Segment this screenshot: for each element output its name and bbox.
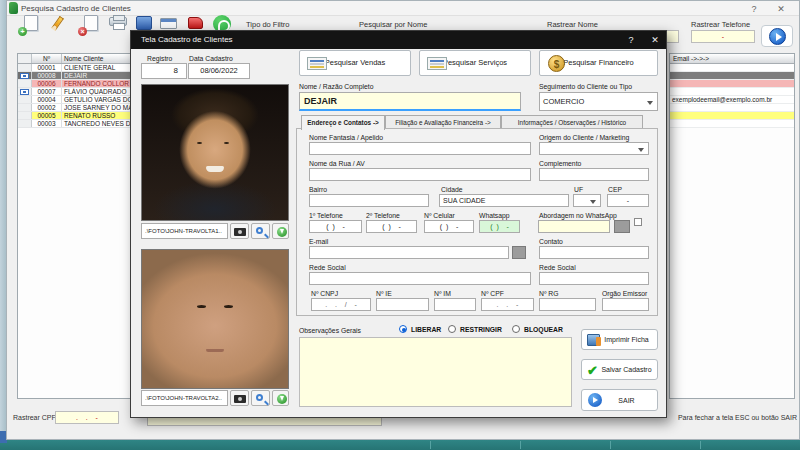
table-row[interactable]: 00004GETULIO VARGAS DO RS xyxy=(18,96,136,104)
cnpj-input[interactable]: . . / - xyxy=(311,298,371,311)
email-row[interactable] xyxy=(670,120,794,128)
social-network-1-input[interactable] xyxy=(309,272,531,285)
main-close-button[interactable]: ✕ xyxy=(772,3,790,15)
radio-restringir-label[interactable]: RESTRINGIR xyxy=(460,326,502,333)
issuer-input[interactable] xyxy=(602,298,649,311)
check-icon: ✔ xyxy=(587,361,598,381)
street-label: Nome da Rua / AV xyxy=(309,160,365,167)
column-header-num[interactable]: Nº xyxy=(32,54,62,63)
tab-endereco-contatos[interactable]: Endereço e Contatos -> xyxy=(301,115,385,130)
row-indicator-column xyxy=(18,54,32,63)
client-name: RENATO RUSSO xyxy=(62,112,136,119)
new-client-button[interactable]: + xyxy=(19,15,45,34)
print-list-button[interactable] xyxy=(106,15,132,34)
tab-informacoes-historico[interactable]: Informações / Observações / Histórico xyxy=(501,115,643,129)
dialog-help-button[interactable]: ? xyxy=(621,34,641,46)
table-row[interactable]: 00005RENATO RUSSO xyxy=(18,112,136,120)
radio-bloquear-label[interactable]: BLOQUEAR xyxy=(524,326,563,333)
whatsapp-approach-label: Abordagem no WhatsApp xyxy=(539,212,617,219)
radio-liberar-label[interactable]: LIBERAR xyxy=(411,326,441,333)
client-table-header[interactable]: Nº Nome Cliente xyxy=(18,54,136,64)
fantasy-name-input[interactable] xyxy=(309,142,531,155)
client-photo-1[interactable] xyxy=(141,84,289,221)
track-phone-input[interactable]: - xyxy=(691,30,755,43)
cpf-input[interactable]: . . - xyxy=(481,298,534,311)
photo-1-load-button[interactable] xyxy=(272,223,289,239)
complement-input[interactable] xyxy=(539,168,649,181)
email-row[interactable]: exemplodeemail@exemplo.com.br xyxy=(670,96,794,104)
column-header-name[interactable]: Nome Cliente xyxy=(62,54,136,63)
delete-client-button[interactable]: × xyxy=(79,15,105,34)
table-row[interactable]: 00001CLIENTE GERAL xyxy=(18,64,136,72)
origin-select[interactable] xyxy=(539,142,649,155)
registro-input[interactable]: 8 xyxy=(141,63,187,79)
photo-2-capture-button[interactable] xyxy=(230,390,249,406)
email-header[interactable]: Email ->->-> xyxy=(670,54,794,64)
client-photo-2[interactable] xyxy=(141,249,289,389)
whatsapp-input[interactable]: ( ) - xyxy=(479,220,520,233)
main-help-button[interactable]: ? xyxy=(745,3,763,15)
print-record-button[interactable]: Imprimir Ficha xyxy=(581,329,658,350)
district-input[interactable] xyxy=(309,194,429,207)
city-input[interactable]: SUA CIDADE xyxy=(439,194,569,207)
radio-restringir[interactable] xyxy=(448,325,456,333)
tab-filiacao-financeira[interactable]: Filiação e Avaliação Financeira -> xyxy=(385,115,501,129)
photo-2-zoom-button[interactable] xyxy=(251,390,270,406)
full-name-label: Nome / Razão Completo xyxy=(299,83,373,90)
dialog-close-button[interactable]: ✕ xyxy=(645,34,665,46)
phone1-input[interactable]: ( ) - xyxy=(309,220,362,233)
email-row[interactable] xyxy=(670,72,794,80)
whatsapp-approach-button[interactable] xyxy=(614,220,630,233)
radio-liberar[interactable] xyxy=(399,325,407,333)
track-cpf-input[interactable]: . . - xyxy=(55,411,119,424)
photo-2-path-input[interactable]: .\FOTO\JOHN-TRAVOLTA2.. xyxy=(141,390,228,406)
search-financial-button[interactable]: $ Pesquisar Financeiro xyxy=(539,50,658,76)
phone2-input[interactable]: ( ) - xyxy=(366,220,417,233)
observations-textarea[interactable] xyxy=(299,337,572,407)
photo-1-zoom-button[interactable] xyxy=(251,223,270,239)
email-input[interactable] xyxy=(309,246,509,259)
radio-bloquear[interactable] xyxy=(512,325,520,333)
segment-select[interactable]: COMERCIO xyxy=(539,92,658,111)
green-arrow-icon xyxy=(277,394,287,404)
whatsapp-checkbox[interactable] xyxy=(634,218,642,226)
save-record-button[interactable]: ✔ Salvar Cadastro xyxy=(581,359,658,380)
email-row[interactable] xyxy=(670,112,794,120)
email-row[interactable] xyxy=(670,104,794,112)
cep-input[interactable]: - xyxy=(607,194,649,207)
email-row[interactable] xyxy=(670,64,794,72)
email-row[interactable] xyxy=(670,88,794,96)
full-name-input[interactable]: DEJAIR xyxy=(299,92,521,111)
table-row[interactable]: 00006FERNANDO COLLOR xyxy=(18,80,136,88)
email-row[interactable] xyxy=(670,80,794,88)
street-input[interactable] xyxy=(309,168,531,181)
client-number: 00001 xyxy=(32,64,62,71)
im-input[interactable] xyxy=(434,298,476,311)
social-network-2-input[interactable] xyxy=(539,272,649,285)
table-row[interactable]: 00003TANCREDO NEVES DE MG xyxy=(18,120,136,128)
photo-1-capture-button[interactable] xyxy=(230,223,249,239)
client-number: 00007 xyxy=(32,88,62,95)
whatsapp-approach-input[interactable] xyxy=(538,220,610,233)
cnpj-label: Nº CNPJ xyxy=(311,290,338,297)
main-titlebar[interactable]: Pesquisa Cadastro de Clientes ? ✕ xyxy=(7,1,799,16)
edit-client-button[interactable] xyxy=(49,15,75,34)
data-cadastro-input[interactable]: 08/06/2022 xyxy=(188,63,250,79)
search-sales-button[interactable]: Pesquisar Vendas xyxy=(299,50,411,76)
ie-input[interactable] xyxy=(376,298,429,311)
contact-input[interactable] xyxy=(539,246,649,259)
search-go-button[interactable] xyxy=(761,25,793,47)
photo-1-path-input[interactable]: .\FOTO\JOHN-TRAVOLTA1.. xyxy=(141,223,228,239)
dialog-titlebar[interactable]: Tela Cadastro de Clientes ? ✕ xyxy=(131,31,666,49)
table-row[interactable]: 00007FLÁVIO QUADRADO xyxy=(18,88,136,96)
email-button[interactable] xyxy=(512,246,526,259)
photo-2-load-button[interactable] xyxy=(272,390,289,406)
exit-button[interactable]: SAIR xyxy=(581,389,658,411)
table-row[interactable]: 00002JOSE SARNEY DO MARANH xyxy=(18,104,136,112)
rg-input[interactable] xyxy=(539,298,596,311)
uf-select[interactable] xyxy=(573,194,601,207)
main-window-title: Pesquisa Cadastro de Clientes xyxy=(21,4,131,13)
table-row[interactable]: 00008DEJAIR xyxy=(18,72,136,80)
cellphone-input[interactable]: ( ) - xyxy=(424,220,474,233)
search-services-button[interactable]: Pesquisar Serviços xyxy=(419,50,531,76)
